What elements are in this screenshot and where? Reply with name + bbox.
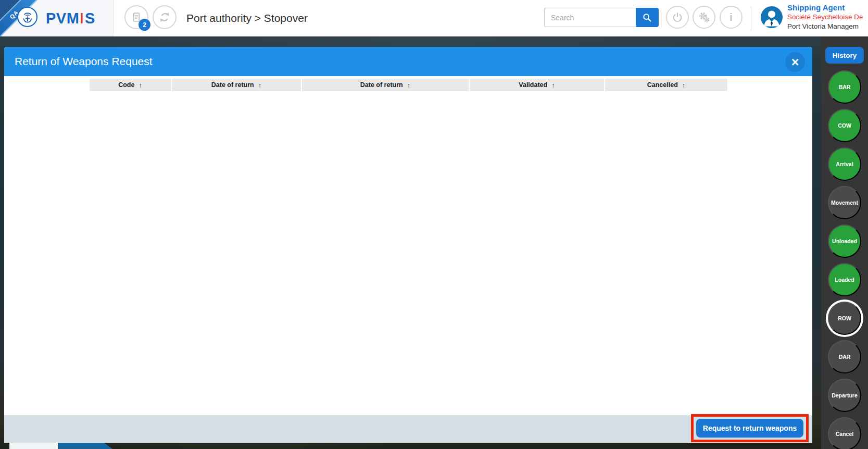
sort-ascending-icon[interactable]: ↑ <box>682 81 686 89</box>
background-tab-active[interactable] <box>58 443 112 449</box>
step-cow[interactable]: COW <box>828 109 861 142</box>
step-label: Unloaded <box>832 238 857 244</box>
step-label: BAR <box>839 84 851 90</box>
brand-part2: S <box>85 10 95 27</box>
step-label: Cancel <box>836 431 853 437</box>
step-arrival[interactable]: Arrival <box>828 147 861 181</box>
modal-title: Return of Weapons Request <box>4 55 153 68</box>
search-icon <box>642 13 652 23</box>
topbar-separator <box>751 6 751 30</box>
search-group <box>544 8 659 27</box>
info-icon: i <box>729 11 733 23</box>
close-button[interactable]: × <box>785 52 805 72</box>
modal-header: Return of Weapons Request × <box>4 47 812 76</box>
user-avatar[interactable] <box>761 6 783 28</box>
step-row[interactable]: ROW <box>828 302 861 335</box>
info-button[interactable]: i <box>720 6 743 29</box>
column-header-validated[interactable]: Validated ↑ <box>470 79 604 91</box>
search-button[interactable] <box>636 8 659 27</box>
power-icon <box>671 11 684 23</box>
refresh-icon <box>158 10 171 24</box>
brand-accent: I <box>80 10 83 27</box>
step-label: Arrival <box>836 161 853 167</box>
request-to-return-weapons-button[interactable]: Request to return weapons <box>696 419 803 438</box>
sort-ascending-icon[interactable]: ↑ <box>407 81 411 89</box>
user-role: Shipping Agent <box>787 3 868 13</box>
refresh-button[interactable] <box>153 5 177 29</box>
user-organization: Port Victoria Managem <box>787 22 868 31</box>
step-label: Departure <box>832 392 858 398</box>
sort-ascending-icon[interactable]: ↑ <box>551 81 555 89</box>
return-of-weapons-modal: Return of Weapons Request × Code ↑ Date … <box>4 47 812 443</box>
breadcrumb: Port authority > Stopover <box>186 0 308 36</box>
stopover-steps-sidebar: History BAR COW Arrival Movement Unloade… <box>821 36 868 449</box>
table-header-row: Code ↑ Date of return ↑ Date of return ↑… <box>90 79 727 91</box>
column-label: Validated <box>519 81 547 89</box>
brand-wordmark: PVMIS <box>46 0 95 36</box>
settings-button[interactable] <box>693 6 715 29</box>
anchor-icon <box>19 9 36 26</box>
background-tab-inactive[interactable] <box>9 443 58 449</box>
user-company: Société Seychelloise De <box>787 13 868 22</box>
brand-part1: PVM <box>46 10 79 27</box>
sort-ascending-icon[interactable]: ↑ <box>258 81 262 89</box>
column-label: Cancelled <box>647 81 678 89</box>
user-info[interactable]: Shipping Agent Société Seychelloise De P… <box>787 3 868 31</box>
step-label: DAR <box>839 354 851 360</box>
pvmis-logo[interactable] <box>17 7 37 27</box>
history-button[interactable]: History <box>825 47 864 64</box>
column-header-code[interactable]: Code ↑ <box>90 79 171 91</box>
notification-badge: 2 <box>139 19 150 31</box>
step-label: Movement <box>831 199 858 206</box>
step-bar[interactable]: BAR <box>828 70 861 104</box>
sort-ascending-icon[interactable]: ↑ <box>139 81 142 89</box>
step-label: Loaded <box>835 277 854 283</box>
action-highlight-box: Request to return weapons <box>691 414 809 442</box>
step-unloaded[interactable]: Unloaded <box>828 224 861 258</box>
person-icon <box>761 6 783 28</box>
close-icon: × <box>791 55 799 69</box>
column-label: Date of return <box>360 81 403 89</box>
top-bar: QA PVMIS 2 <box>0 0 868 36</box>
column-label: Code <box>118 81 134 89</box>
logout-button[interactable] <box>666 6 689 29</box>
column-header-cancelled[interactable]: Cancelled ↑ <box>605 79 727 91</box>
step-departure[interactable]: Departure <box>828 379 861 412</box>
logo-section: QA PVMIS <box>0 0 114 36</box>
step-dar[interactable]: DAR <box>828 340 861 373</box>
step-cancel[interactable]: Cancel <box>828 417 861 449</box>
step-label: COW <box>838 122 851 129</box>
step-loaded[interactable]: Loaded <box>828 263 861 296</box>
search-input[interactable] <box>544 8 636 27</box>
column-header-date-of-return-2[interactable]: Date of return ↑ <box>302 79 469 91</box>
gears-icon <box>697 10 711 24</box>
column-header-date-of-return-1[interactable]: Date of return ↑ <box>172 79 301 91</box>
step-movement[interactable]: Movement <box>828 186 861 219</box>
column-label: Date of return <box>211 81 254 89</box>
step-label: ROW <box>838 315 851 321</box>
